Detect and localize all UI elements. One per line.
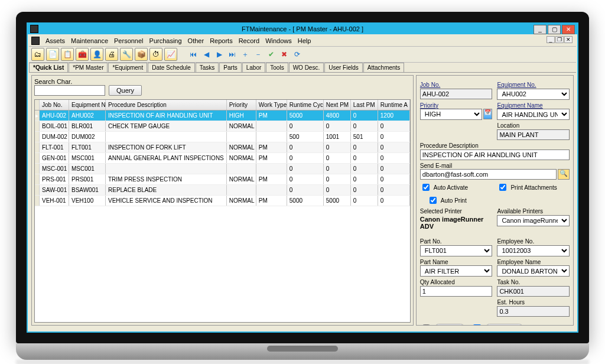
sched-button-monthly[interactable]: Monthly <box>485 324 523 326</box>
table-row[interactable]: BOIL-001BLR001CHECK TEMP GAUGENORMAL0000 <box>35 121 410 132</box>
mdi-restore-button[interactable]: ❐ <box>555 36 564 43</box>
minimize-button[interactable]: _ <box>534 25 547 34</box>
window-titlebar[interactable]: FTMaintenance - [ PM Master - AHU-002 ] … <box>28 24 577 34</box>
table-row[interactable]: VEH-001VEH100VEHICLE SERVICE AND INSPECT… <box>35 196 410 206</box>
nav-prev-icon[interactable]: ◀ <box>201 50 211 59</box>
esthours-field <box>497 306 570 317</box>
column-header[interactable]: Runtime A <box>378 100 410 110</box>
eqname-select[interactable]: AIR HANDLING UNIT <box>497 109 570 120</box>
printatt-checkbox[interactable] <box>499 184 506 191</box>
menu-record[interactable]: Record <box>239 37 259 44</box>
tab-tools[interactable]: Tools <box>266 63 288 72</box>
qty-field[interactable] <box>420 286 493 297</box>
tool-7[interactable]: 🔧 <box>120 48 133 61</box>
email-lookup-icon[interactable]: 🔍 <box>558 169 570 180</box>
partno-select[interactable]: FLT001 <box>420 245 493 256</box>
table-row[interactable]: DUM-002DUM00250010015010 <box>35 132 410 142</box>
mdi-minimize-button[interactable]: _ <box>547 36 555 43</box>
sched-check-daily[interactable] <box>422 324 430 326</box>
tab-bar: *Quick List*PM Master*EquipmentDate Sche… <box>29 63 576 73</box>
maximize-button[interactable]: ▢ <box>548 25 561 34</box>
close-button[interactable]: ✕ <box>562 25 575 34</box>
column-header[interactable]: Job No. <box>40 100 69 110</box>
menu-personnel[interactable]: Personnel <box>114 37 144 44</box>
table-row[interactable]: SAW-001BSAW001REPLACE BLADE0000 <box>35 185 410 196</box>
tab-parts[interactable]: Parts <box>219 63 241 72</box>
query-button[interactable]: Query <box>109 85 142 96</box>
nav-next-icon[interactable]: ▶ <box>214 50 224 59</box>
cell: 1200 <box>378 110 410 121</box>
email-label: Send E-mail <box>420 162 570 169</box>
partname-select[interactable]: AIR FILTER <box>420 265 493 277</box>
tool-10[interactable]: 📈 <box>164 48 177 61</box>
menu-assets[interactable]: Assets <box>45 37 65 44</box>
sched-button-daily[interactable]: Daily <box>434 324 465 326</box>
tool-5[interactable]: 👤 <box>90 48 103 61</box>
window-title: FTMaintenance - [ PM Master - AHU-002 ] <box>242 25 363 32</box>
tool-3[interactable]: 📋 <box>61 48 74 61</box>
email-field[interactable] <box>420 169 557 180</box>
nav-add-icon[interactable]: ＋ <box>240 50 250 59</box>
column-header[interactable]: Next PM <box>324 100 351 110</box>
menu-reports[interactable]: Reports <box>210 37 233 44</box>
search-label: Search Char. <box>34 78 105 85</box>
table-row[interactable]: MSC-001MSC0010000 <box>35 164 410 174</box>
table-row[interactable]: FLT-001FLT001INSPECTION OF FORK LIFTNORM… <box>35 142 410 153</box>
availprinters-select[interactable]: Canon imageRunner ADV C5030 (re <box>497 215 570 226</box>
cell <box>256 164 287 174</box>
procdesc-field[interactable] <box>420 150 570 160</box>
autoactivate-checkbox[interactable] <box>422 184 430 191</box>
tool-8[interactable]: 📦 <box>135 48 148 61</box>
tab-equipment[interactable]: *Equipment <box>108 63 147 72</box>
calendar-icon[interactable]: 📅 <box>483 109 493 119</box>
column-header[interactable]: Runtime Cycle <box>287 100 324 110</box>
nav-delete-icon[interactable]: － <box>253 50 263 59</box>
tab-attachments[interactable]: Attachments <box>363 63 405 72</box>
tab-userfields[interactable]: User Fields <box>324 63 363 72</box>
mdi-close-button[interactable]: ✕ <box>564 36 573 43</box>
nav-refresh-icon[interactable]: ⟳ <box>292 50 302 59</box>
search-input[interactable] <box>34 85 105 96</box>
table-row[interactable]: PRS-001PRS001TRIM PRESS INSPECTIONNORMAL… <box>35 174 410 185</box>
menu-help[interactable]: Help <box>298 37 311 44</box>
tool-4[interactable]: 🧰 <box>76 48 89 61</box>
cell: DUM002 <box>69 132 106 142</box>
empno-select[interactable]: 10012003 <box>497 245 570 256</box>
eqno-select[interactable]: AHU002 <box>497 89 570 100</box>
menu-windows[interactable]: Windows <box>265 37 292 44</box>
tab-labor[interactable]: Labor <box>242 63 266 72</box>
empname-select[interactable]: DONALD BARTON <box>497 265 570 277</box>
menu-purchasing[interactable]: Purchasing <box>149 37 182 44</box>
tool-2[interactable]: 📄 <box>46 48 59 61</box>
cell: 0 <box>324 185 351 195</box>
table-row[interactable]: GEN-001MSC001ANNUAL GENERAL PLANT INSPEC… <box>35 153 410 164</box>
autoprint-checkbox[interactable] <box>430 197 437 204</box>
cell: 0 <box>324 142 351 152</box>
empname-label: Employee Name <box>497 259 570 265</box>
tab-tasks[interactable]: Tasks <box>196 63 219 72</box>
tool-1[interactable]: 🗂 <box>31 48 44 61</box>
table-row[interactable]: ▸AHU-002AHU002INSPECTION OF AIR HANDLING… <box>35 110 410 121</box>
tab-dateschedule[interactable]: Date Schedule <box>148 63 195 72</box>
column-header[interactable]: Procedure Description <box>106 100 227 110</box>
column-header[interactable]: Equipment No. <box>69 100 106 110</box>
menu-other[interactable]: Other <box>188 37 204 44</box>
menu-maintenance[interactable]: Maintenance <box>71 37 108 44</box>
records-grid[interactable]: Job No.Equipment No.Procedure Descriptio… <box>34 99 411 323</box>
tab-quicklist[interactable]: *Quick List <box>29 63 68 72</box>
column-header[interactable]: Priority <box>227 100 256 110</box>
tab-pmmaster[interactable]: *PM Master <box>69 63 108 72</box>
cell: 0 <box>351 110 378 121</box>
nav-last-icon[interactable]: ⏭ <box>227 50 237 59</box>
column-header[interactable]: Work Type <box>256 100 287 110</box>
nav-first-icon[interactable]: ⏮ <box>188 50 198 59</box>
tool-6[interactable]: 🖨 <box>105 48 118 61</box>
column-header[interactable]: Last PM <box>351 100 378 110</box>
nav-confirm-icon[interactable]: ✔ <box>266 50 276 59</box>
tool-9[interactable]: ⏱ <box>149 48 162 61</box>
tab-wodesc[interactable]: WO Desc. <box>289 63 324 72</box>
cell: 1001 <box>324 132 351 142</box>
nav-cancel-icon[interactable]: ✖ <box>279 50 289 59</box>
priority-select[interactable]: HIGH <box>420 109 482 120</box>
sched-check-monthly[interactable] <box>473 324 481 326</box>
